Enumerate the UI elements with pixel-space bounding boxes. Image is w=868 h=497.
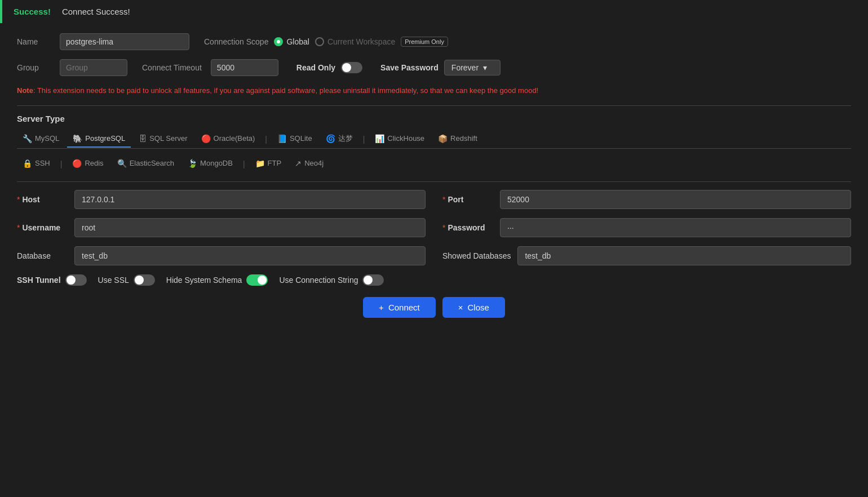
- use-connection-string-toggle[interactable]: [362, 274, 384, 286]
- connect-button[interactable]: + Connect: [363, 297, 436, 318]
- close-button[interactable]: × Close: [442, 297, 505, 318]
- username-required-star: *: [17, 223, 20, 232]
- tab-clickhouse[interactable]: 📊 ClickHouse: [369, 131, 430, 148]
- tab-redis[interactable]: 🔴 Redis: [67, 156, 109, 172]
- database-input[interactable]: [74, 246, 426, 265]
- connect-label: Connect: [388, 303, 420, 312]
- tab-ssh-label: SSH: [35, 159, 50, 167]
- tab-redshift-label: Redshift: [450, 134, 477, 143]
- sep-2: |: [361, 135, 367, 144]
- save-password-dropdown[interactable]: Forever ▾: [444, 60, 501, 76]
- tab-elasticsearch[interactable]: 🔍 ElasticSearch: [112, 156, 180, 172]
- tab-oracle[interactable]: 🔴 Oracle(Beta): [196, 131, 261, 148]
- tab-mongodb-label: MongoDB: [200, 159, 233, 167]
- ssh-tunnel-label: SSH Tunnel: [17, 276, 61, 285]
- close-label: Close: [468, 303, 489, 312]
- tab-postgresql[interactable]: 🐘 PostgreSQL: [67, 131, 131, 148]
- dropdown-arrow-icon: ▾: [483, 63, 487, 72]
- timeout-input[interactable]: [211, 59, 278, 76]
- database-label: Database: [17, 251, 68, 260]
- host-input[interactable]: [74, 190, 426, 209]
- tab-mongodb[interactable]: 🍃 MongoDB: [182, 156, 238, 172]
- premium-badge: Premium Only: [401, 37, 448, 47]
- password-required-star: *: [442, 223, 445, 232]
- use-ssl-toggle[interactable]: [134, 274, 155, 286]
- tab-mysql[interactable]: 🔧 MySQL: [17, 131, 65, 148]
- ssh-tunnel-toggle[interactable]: [65, 274, 87, 286]
- tab-neo4j-label: Neo4j: [304, 159, 324, 167]
- port-label-container: * Port: [442, 195, 493, 204]
- sep-4: |: [241, 159, 247, 168]
- read-only-section: Read Only: [296, 62, 362, 73]
- name-label: Name: [17, 37, 51, 46]
- redshift-icon: 📦: [438, 134, 448, 143]
- tab-sqlserver[interactable]: 🗄 SQL Server: [133, 131, 193, 148]
- port-required-star: *: [442, 195, 445, 204]
- workspace-radio-circle[interactable]: [315, 37, 324, 46]
- showed-databases-label: Showed Databases: [442, 251, 511, 260]
- buttons-row: + Connect × Close: [17, 297, 851, 318]
- group-label: Group: [17, 63, 51, 72]
- server-tabs-row-2: 🔒 SSH | 🔴 Redis 🔍 ElasticSearch 🍃 MongoD…: [17, 153, 851, 172]
- tab-sqlserver-label: SQL Server: [149, 134, 187, 143]
- tab-oracle-label: Oracle(Beta): [214, 134, 255, 143]
- tab-ftp[interactable]: 📁 FTP: [250, 156, 287, 172]
- password-field: * Password: [442, 218, 851, 237]
- workspace-radio[interactable]: Current Workspace: [315, 37, 395, 46]
- username-label: Username: [22, 223, 60, 232]
- host-field: * Host: [17, 190, 426, 209]
- ssh-tunnel-toggle-item: SSH Tunnel: [17, 274, 87, 286]
- clickhouse-icon: 📊: [375, 134, 384, 143]
- sep-1: |: [263, 135, 269, 144]
- tab-redis-label: Redis: [85, 159, 103, 167]
- redis-icon: 🔴: [72, 159, 82, 168]
- ftp-icon: 📁: [255, 159, 265, 168]
- note-body: : This extension needs to be paid to unl…: [33, 86, 538, 95]
- database-field: Database: [17, 246, 426, 265]
- toggles-row: SSH Tunnel Use SSL Hide System Schema Us…: [17, 274, 851, 286]
- dameng-icon: 🌀: [326, 134, 335, 143]
- save-password-section: Save Password Forever ▾: [380, 60, 501, 76]
- tab-dameng-label: 达梦: [338, 134, 353, 144]
- form-container: Name Connection Scope Global Current Wor…: [0, 28, 868, 329]
- success-message: Connect Success!: [62, 7, 130, 16]
- global-radio-circle[interactable]: [274, 37, 283, 46]
- connection-fields-grid: * Host * Port * Username * Passwo: [17, 190, 851, 265]
- global-radio[interactable]: Global: [274, 37, 309, 46]
- host-required-star: *: [17, 195, 20, 204]
- divider-2: [17, 181, 851, 182]
- group-input[interactable]: [60, 59, 127, 76]
- name-input[interactable]: [60, 33, 189, 50]
- workspace-label: Current Workspace: [327, 37, 395, 46]
- mongodb-icon: 🍃: [188, 159, 197, 168]
- read-only-toggle[interactable]: [341, 62, 362, 73]
- divider-1: [17, 105, 851, 106]
- tab-sqlite[interactable]: 📘 SQLite: [272, 131, 318, 148]
- scope-label: Connection Scope: [204, 37, 268, 46]
- tab-sqlite-label: SQLite: [290, 134, 312, 143]
- name-row: Name Connection Scope Global Current Wor…: [17, 33, 851, 50]
- read-only-label: Read Only: [296, 63, 335, 72]
- tab-neo4j[interactable]: ↗ Neo4j: [289, 156, 329, 172]
- note-prefix: Note: [17, 86, 33, 95]
- password-label-container: * Password: [442, 223, 493, 232]
- success-label: Success!: [14, 7, 51, 16]
- postgresql-icon: 🐘: [73, 134, 82, 143]
- sqlserver-icon: 🗄: [139, 134, 147, 143]
- close-icon: ×: [458, 303, 463, 312]
- success-bar: Success! Connect Success!: [0, 0, 868, 23]
- showed-databases-input[interactable]: [517, 246, 851, 265]
- tab-redshift[interactable]: 📦 Redshift: [432, 131, 483, 148]
- tab-dameng[interactable]: 🌀 达梦: [320, 130, 358, 148]
- username-field: * Username: [17, 218, 426, 237]
- sep-3: |: [58, 159, 65, 168]
- tab-ssh[interactable]: 🔒 SSH: [17, 156, 56, 172]
- tab-postgresql-label: PostgreSQL: [85, 134, 125, 143]
- username-input[interactable]: [74, 218, 426, 237]
- password-input[interactable]: [500, 218, 851, 237]
- port-input[interactable]: [500, 190, 851, 209]
- hide-system-schema-toggle[interactable]: [246, 274, 268, 286]
- global-label: Global: [286, 37, 309, 46]
- tab-ftp-label: FTP: [268, 159, 282, 167]
- ssh-icon: 🔒: [23, 159, 32, 168]
